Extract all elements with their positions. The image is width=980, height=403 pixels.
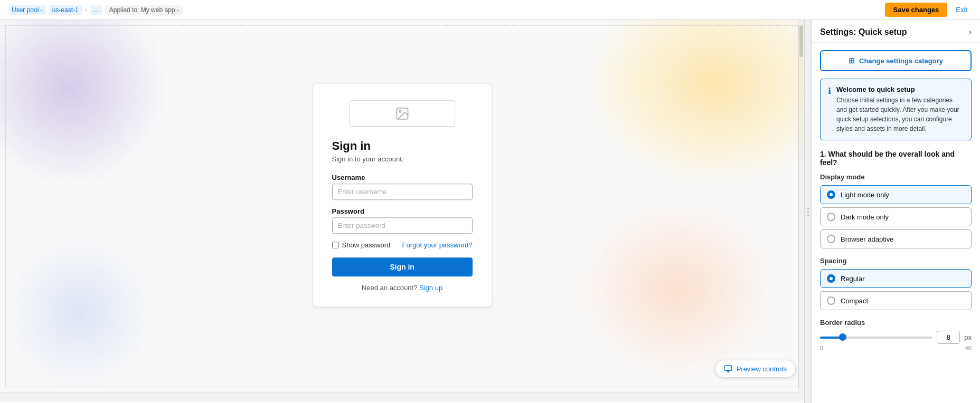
- display-mode-dark[interactable]: Dark mode only: [820, 207, 972, 226]
- divider-dots: [807, 208, 809, 216]
- display-mode-label: Display mode: [820, 173, 972, 181]
- display-mode-dark-label: Dark mode only: [841, 213, 889, 221]
- horizontal-scrollbar[interactable]: [0, 392, 804, 401]
- info-content: Welcome to quick setup Choose initial se…: [836, 85, 964, 133]
- radio-light-circle: [827, 190, 835, 199]
- spacing-regular[interactable]: Regular: [820, 269, 972, 288]
- change-settings-category-button[interactable]: ⊞ Change settings category: [820, 50, 972, 71]
- info-title: Welcome to quick setup: [836, 85, 964, 93]
- image-icon: [395, 106, 410, 121]
- settings-close-button[interactable]: ›: [969, 27, 972, 37]
- password-input[interactable]: [332, 217, 473, 234]
- info-icon: ℹ: [828, 86, 831, 133]
- question-1-heading: 1. What should be the overall look and f…: [820, 150, 972, 167]
- border-radius-input[interactable]: [937, 331, 960, 344]
- display-mode-adaptive-label: Browser adaptive: [841, 235, 893, 243]
- signin-button[interactable]: Sign in: [332, 257, 473, 276]
- password-field-group: Password: [332, 207, 473, 234]
- spacing-compact-label: Compact: [841, 297, 868, 305]
- svg-rect-2: [724, 366, 731, 370]
- blob-peach: [572, 197, 783, 382]
- spacing-compact[interactable]: Compact: [820, 291, 972, 310]
- show-password-checkbox[interactable]: [332, 242, 339, 248]
- applied-badge: Applied to: My web app -: [105, 5, 183, 15]
- settings-title: Settings: Quick setup: [820, 27, 907, 37]
- svg-point-1: [399, 110, 401, 112]
- slider-thumb[interactable]: [839, 333, 846, 341]
- signin-card: Sign in Sign in to your account. Usernam…: [313, 83, 492, 307]
- user-pool-link[interactable]: User pool -: [8, 5, 46, 15]
- radio-adaptive-circle: [827, 235, 835, 243]
- panel-divider[interactable]: [805, 20, 811, 403]
- slider-min: 0: [820, 345, 823, 351]
- slider-max: 40: [965, 345, 972, 351]
- radio-dark-circle: [827, 213, 835, 221]
- border-radius-slider-section: px 0 40: [820, 331, 972, 351]
- radio-regular-circle: [827, 274, 835, 283]
- show-forgot-row: Show password Forgot your password?: [332, 241, 473, 249]
- preview-controls-button[interactable]: Preview controls: [715, 360, 796, 378]
- show-password-label[interactable]: Show password: [332, 241, 391, 249]
- radio-compact-circle: [827, 296, 835, 305]
- settings-body: ⊞ Change settings category ℹ Welcome to …: [812, 43, 980, 403]
- settings-panel: Settings: Quick setup › ⊞ Change setting…: [811, 20, 980, 403]
- signin-subtitle: Sign in to your account.: [332, 155, 473, 163]
- info-box: ℹ Welcome to quick setup Choose initial …: [820, 79, 972, 140]
- spacing-label: Spacing: [820, 257, 972, 265]
- preview-controls-icon: [724, 364, 732, 373]
- preview-area: Sign in Sign in to your account. Usernam…: [0, 20, 805, 403]
- forgot-password-link[interactable]: Forgot your password?: [402, 241, 473, 249]
- password-label: Password: [332, 207, 473, 215]
- breadcrumb-sep: ›: [85, 6, 87, 14]
- info-body: Choose initial settings in a few categor…: [836, 95, 964, 133]
- topbar: User pool - us-east-1 › ... Applied to: …: [0, 0, 980, 20]
- username-field-group: Username: [332, 174, 473, 200]
- display-mode-adaptive[interactable]: Browser adaptive: [820, 229, 972, 248]
- preview-canvas: Sign in Sign in to your account. Usernam…: [0, 20, 804, 392]
- display-mode-light[interactable]: Light mode only: [820, 185, 972, 204]
- spacing-regular-label: Regular: [841, 275, 865, 283]
- settings-header: Settings: Quick setup ›: [812, 20, 980, 43]
- border-radius-label: Border radius: [820, 319, 972, 327]
- blob-yellow: [582, 20, 804, 189]
- blob-blue: [0, 234, 158, 392]
- signup-link[interactable]: Sign up: [419, 284, 442, 292]
- slider-range-row: 0 40: [820, 345, 972, 351]
- need-account: Need an account? Sign up: [332, 284, 473, 292]
- app-client-link[interactable]: ...: [90, 5, 102, 15]
- blob-purple: [0, 20, 169, 189]
- logo-placeholder: [350, 100, 455, 127]
- save-changes-button[interactable]: Save changes: [885, 3, 948, 17]
- user-pool-id[interactable]: us-east-1: [49, 5, 82, 15]
- border-radius-unit: px: [964, 333, 972, 341]
- slider-track: [820, 337, 932, 339]
- username-input[interactable]: [332, 184, 473, 200]
- username-label: Username: [332, 174, 473, 181]
- slider-row: px: [820, 331, 972, 344]
- display-mode-light-label: Light mode only: [841, 191, 889, 199]
- grid-icon: ⊞: [849, 56, 855, 65]
- main-layout: Sign in Sign in to your account. Usernam…: [0, 20, 980, 403]
- breadcrumb: User pool - us-east-1 › ... Applied to: …: [8, 5, 183, 15]
- signin-title: Sign in: [332, 139, 473, 153]
- exit-button[interactable]: Exit: [951, 4, 972, 16]
